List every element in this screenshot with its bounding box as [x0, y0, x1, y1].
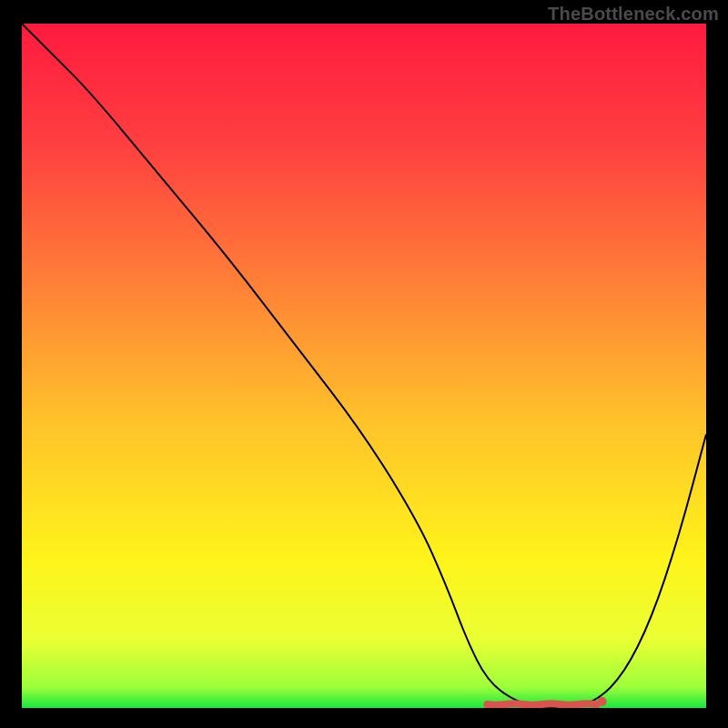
plot-area [22, 24, 706, 708]
chart-stage: TheBottleneck.com [0, 0, 728, 728]
chart-svg [22, 24, 706, 708]
flat-region-marker [487, 703, 596, 705]
watermark-text: TheBottleneck.com [548, 4, 719, 25]
flat-region-end-dot [598, 697, 607, 706]
gradient-background [22, 24, 706, 708]
